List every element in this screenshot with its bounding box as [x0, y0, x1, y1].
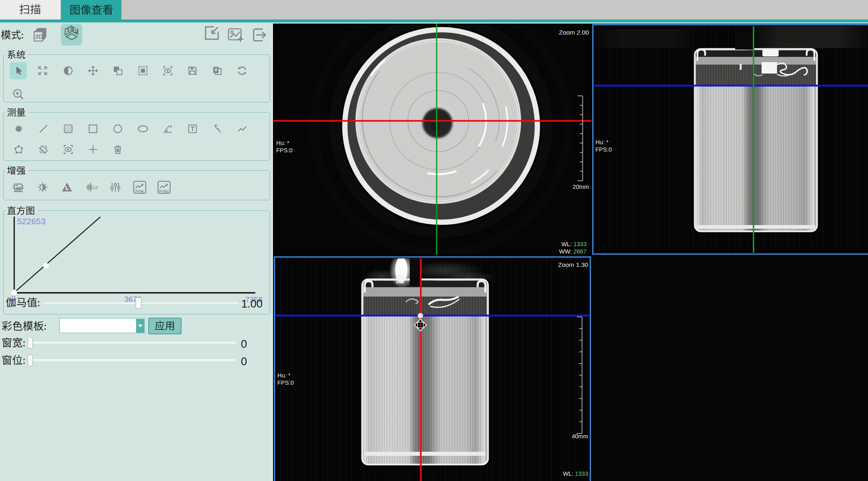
svg-text:Hu: *: Hu: *: [277, 372, 291, 379]
svg-text:20mm: 20mm: [573, 184, 589, 190]
svg-text:PYM: PYM: [135, 189, 143, 193]
svg-text:2D: 2D: [35, 33, 43, 40]
svg-text:Zoom 1.30: Zoom 1.30: [558, 261, 588, 268]
svg-text:3: 3: [67, 28, 70, 33]
svg-text:FPS:0: FPS:0: [276, 147, 292, 154]
svg-text:FPS:0: FPS:0: [595, 146, 612, 153]
svg-text:Hu: *: Hu: *: [276, 140, 290, 146]
svg-text:PYM2: PYM2: [159, 189, 169, 193]
svg-text:WW: 2667: WW: 2667: [559, 248, 587, 255]
svg-text:G5: G5: [93, 185, 98, 190]
svg-text:WL: 1333: WL: 1333: [561, 241, 587, 247]
svg-text:WL: 1333: WL: 1333: [563, 470, 588, 477]
svg-text:40mm: 40mm: [572, 433, 588, 440]
svg-text:FPS:0: FPS:0: [277, 379, 294, 386]
svg-text:Zoom 2.00: Zoom 2.00: [559, 29, 589, 36]
svg-text:Hu: *: Hu: *: [595, 139, 609, 145]
svg-text:1.00: 1.00: [241, 298, 263, 310]
svg-text:D: D: [74, 27, 77, 33]
svg-text:0: 0: [11, 294, 16, 303]
svg-text:522653: 522653: [17, 217, 45, 226]
